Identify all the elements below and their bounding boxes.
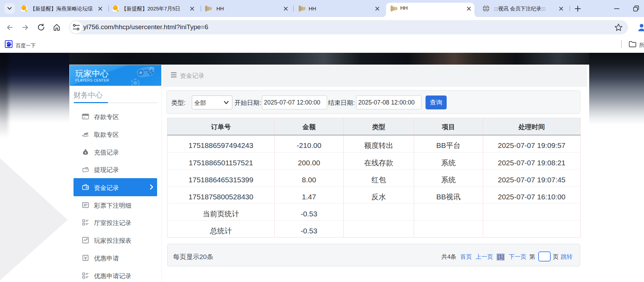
svg-text:¥: ¥: [85, 151, 86, 154]
